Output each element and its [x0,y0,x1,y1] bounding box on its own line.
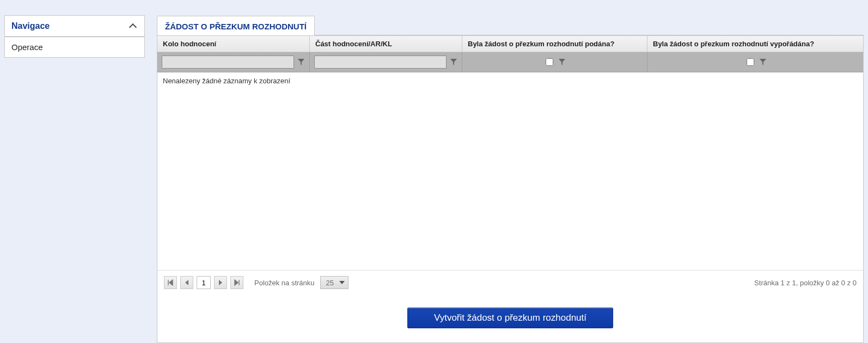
nav-title: Navigace [11,21,50,31]
col-header-podana[interactable]: Byla žádost o přezkum rozhodnutí podána? [462,36,647,52]
page-size-value: 25 [326,279,334,287]
filter-icon[interactable] [297,58,305,66]
col-header-cast-hodnoceni[interactable]: Část hodnocení/AR/KL [310,36,462,52]
chevron-up-icon [129,22,138,30]
main-panel: Kolo hodnocení Část hodnocení/AR/KL Byla… [157,35,864,343]
nav-header-navigace[interactable]: Navigace [5,16,144,37]
filter-input-kolo[interactable] [162,56,294,69]
nav-item-operace[interactable]: Operace [5,37,144,57]
filter-icon[interactable] [759,58,767,66]
pager-page-input[interactable] [197,276,211,289]
pager-next-button[interactable] [214,276,227,289]
filter-cell-kolo [157,52,310,72]
filter-input-cast[interactable] [314,56,447,69]
col-header-label: Část hodnocení/AR/KL [315,40,392,48]
page-size-select[interactable]: 25 [320,276,349,289]
grid-filter-row [157,52,863,72]
tab-zadost-o-prezkum[interactable]: ŽÁDOST O PŘEZKUM ROZHODNUTÍ [157,16,315,35]
col-header-kolo-hodnoceni[interactable]: Kolo hodnocení [157,36,310,52]
tab-title: ŽÁDOST O PŘEZKUM ROZHODNUTÍ [165,22,307,31]
pager: Položek na stránku 25 Stránka 1 z 1, pol… [157,270,863,295]
sidebar-nav-panel: Navigace Operace [4,15,145,58]
filter-icon[interactable] [450,58,457,66]
col-header-label: Kolo hodnocení [163,40,216,48]
pager-status: Stránka 1 z 1, položky 0 až 0 z 0 [754,279,857,287]
pager-prev-button[interactable] [180,276,193,289]
filter-cell-cast [310,52,462,72]
filter-icon[interactable] [558,58,566,66]
filter-checkbox-vyporadana[interactable] [747,58,754,66]
data-grid: Kolo hodnocení Část hodnocení/AR/KL Byla… [157,35,863,295]
grid-body: Nenalezeny žádné záznamy k zobrazení [157,72,863,270]
grid-header-row: Kolo hodnocení Část hodnocení/AR/KL Byla… [157,35,863,52]
col-header-label: Byla žádost o přezkum rozhodnutí vypořád… [653,40,814,48]
pager-first-button[interactable] [164,276,177,289]
pager-last-button[interactable] [230,276,243,289]
grid-empty-message: Nenalezeny žádné záznamy k zobrazení [157,72,863,89]
filter-cell-vyporadana [647,52,863,72]
create-request-button[interactable]: Vytvořit žádost o přezkum rozhodnutí [407,308,613,328]
col-header-vyporadana[interactable]: Byla žádost o přezkum rozhodnutí vypořád… [647,36,863,52]
filter-cell-podana [462,52,647,72]
filter-checkbox-podana[interactable] [546,58,553,66]
page-size-label: Položek na stránku [254,279,315,287]
action-area: Vytvořit žádost o přezkum rozhodnutí [157,295,863,342]
nav-item-label: Operace [11,42,43,52]
chevron-down-icon [339,281,345,284]
col-header-label: Byla žádost o přezkum rozhodnutí podána? [468,40,614,48]
